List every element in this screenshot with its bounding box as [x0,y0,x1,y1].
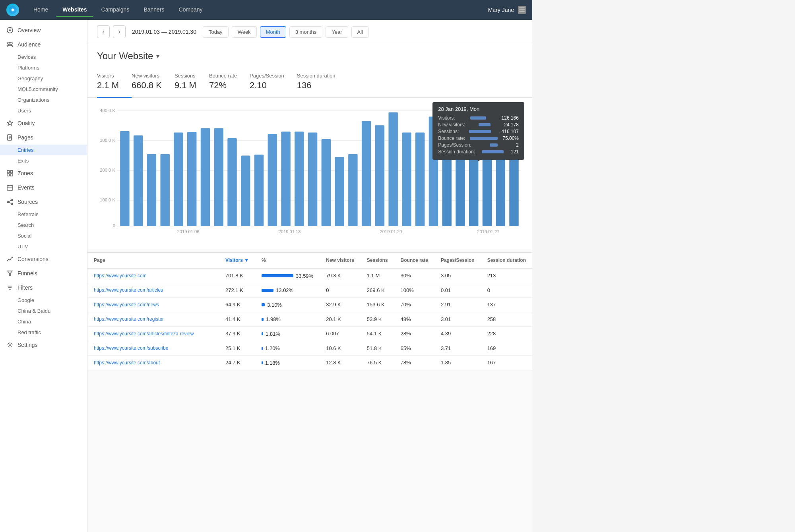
svg-text:2019.01.06: 2019.01.06 [177,229,199,233]
svg-point-12 [7,201,9,203]
cell-visitors: 24.7 K [219,356,255,370]
tooltip-duration-value: 121 [511,149,519,155]
tooltip-sessions-bar [469,130,491,133]
sidebar-item-settings[interactable]: Settings [0,338,87,352]
cell-page: https://www.yoursite.com/articles/fintez… [87,327,219,341]
cell-sessions: 53.9 K [361,312,394,327]
cell-pages: 3.01 [434,312,481,327]
cell-pages: 1.85 [434,356,481,370]
period-month[interactable]: Month [260,26,286,38]
nav-websites[interactable]: Websites [56,3,93,17]
sidebar-sub-china-baidu[interactable]: China & Baidu [0,306,87,316]
col-pct[interactable]: % [255,253,320,268]
sidebar-item-audience[interactable]: Audience [0,37,87,52]
svg-rect-40 [308,132,317,226]
next-date-button[interactable]: › [113,25,126,38]
sidebar-item-sources[interactable]: Sources [0,195,87,209]
metric-visitors-label: Visitors [97,73,119,79]
period-3months[interactable]: 3 months [289,26,322,38]
cell-pages: 0.01 [434,283,481,298]
sidebar-item-quality[interactable]: Quality [0,116,87,130]
pages-table: Page Visitors ▼ % New visitors Sessions … [87,252,532,370]
cell-bounce: 30% [394,268,434,283]
table-row: https://www.yoursite.com/register 41.4 K… [87,312,532,327]
col-new-visitors[interactable]: New visitors [320,253,361,268]
sidebar-item-filters[interactable]: Filters [0,281,87,295]
svg-rect-43 [348,154,357,226]
tooltip-pages-label: Pages/Session: [438,142,471,148]
sidebar: Overview Audience Devices Platforms Geog… [0,20,87,532]
sidebar-sub-utm[interactable]: UTM [0,241,87,252]
tooltip-bounce-row: Bounce rate: 75.00% [438,135,519,141]
sidebar-item-zones[interactable]: Zones [0,166,87,180]
sidebar-sub-geography[interactable]: Geography [0,73,87,84]
cell-page: https://www.yoursite.com/subscribe [87,341,219,356]
nav-banners[interactable]: Banners [137,3,171,17]
sidebar-sub-social[interactable]: Social [0,230,87,241]
website-title-text: Your Website [97,50,153,62]
sidebar-item-pages[interactable]: Pages [0,130,87,145]
col-page[interactable]: Page [87,253,219,268]
sidebar-zones-label: Zones [17,170,33,176]
metric-bounce-rate[interactable]: Bounce rate 72% [209,70,250,97]
sidebar-sub-mql5[interactable]: MQL5.community [0,84,87,95]
user-area: Mary Jane [488,6,526,14]
metric-session-duration[interactable]: Session duration 136 [297,70,348,97]
tooltip-sessions-value: 416 107 [502,129,519,134]
col-sessions[interactable]: Sessions [361,253,394,268]
period-today[interactable]: Today [203,26,229,38]
sidebar-events-label: Events [17,184,35,191]
metric-visitors[interactable]: Visitors 2.1 M [97,70,132,98]
sidebar-item-events[interactable]: Events [0,180,87,195]
metrics-row: Visitors 2.1 M New visitors 660.8 K Sess… [87,65,532,98]
cell-duration: 213 [481,268,532,283]
tooltip-new-visitors-bar [479,123,491,126]
col-session-duration[interactable]: Session duration [481,253,532,268]
nav-home[interactable]: Home [27,3,54,17]
sidebar-sub-platforms[interactable]: Platforms [0,62,87,73]
period-year[interactable]: Year [326,26,348,38]
sidebar-sub-search[interactable]: Search [0,220,87,230]
nav-company[interactable]: Company [173,3,209,17]
pct-value: 1.81% [266,331,280,337]
website-header: Your Website ▾ [87,44,532,65]
cell-pct: 13.02% [255,283,320,298]
period-all[interactable]: All [351,26,369,38]
sidebar-item-overview[interactable]: Overview [0,23,87,37]
col-bounce-rate[interactable]: Bounce rate [394,253,434,268]
col-visitors[interactable]: Visitors ▼ [219,253,255,268]
table-row: https://www.yoursite.com/news 64.9 K 3.1… [87,298,532,312]
sidebar-sub-red-traffic[interactable]: Red traffic [0,327,87,338]
svg-text:100.0 K: 100.0 K [100,197,115,202]
website-title-button[interactable]: Your Website ▾ [97,50,523,62]
sidebar-overview-label: Overview [17,27,41,33]
svg-rect-35 [241,155,250,226]
metric-pages-session[interactable]: Pages/Session 2.10 [250,70,297,97]
sidebar-sub-exits[interactable]: Exits [0,155,87,166]
metric-new-visitors[interactable]: New visitors 660.8 K [132,70,175,97]
table-row: https://www.yoursite.com/subscribe 25.1 … [87,341,532,356]
period-week[interactable]: Week [232,26,257,38]
user-menu-icon[interactable] [518,6,526,14]
cell-bounce: 78% [394,356,434,370]
sidebar-sub-china[interactable]: China [0,316,87,327]
sidebar-sub-organizations[interactable]: Organizations [0,95,87,105]
metric-sessions[interactable]: Sessions 9.1 M [175,70,209,97]
cell-sessions: 54.1 K [361,327,394,341]
sidebar-item-conversions[interactable]: Conversions [0,252,87,266]
tooltip-duration-row: Session duration: 121 [438,149,519,155]
sidebar-sub-devices[interactable]: Devices [0,52,87,62]
sidebar-sub-entries[interactable]: Entries [0,145,87,155]
nav-campaigns[interactable]: Campaigns [95,3,136,17]
sidebar-sub-referrals[interactable]: Referrals [0,209,87,220]
metric-sessions-label: Sessions [175,73,196,79]
prev-date-button[interactable]: ‹ [97,25,110,38]
username: Mary Jane [488,7,514,13]
col-pages-session[interactable]: Pages/Session [434,253,481,268]
tooltip-pages-value: 2 [516,142,519,148]
sidebar-item-funnels[interactable]: Funnels [0,266,87,281]
tooltip-new-visitors-row: New visitors: 24 178 [438,122,519,128]
sidebar-sub-google[interactable]: Google [0,295,87,306]
sidebar-sub-users[interactable]: Users [0,105,87,116]
svg-rect-27 [134,135,143,226]
